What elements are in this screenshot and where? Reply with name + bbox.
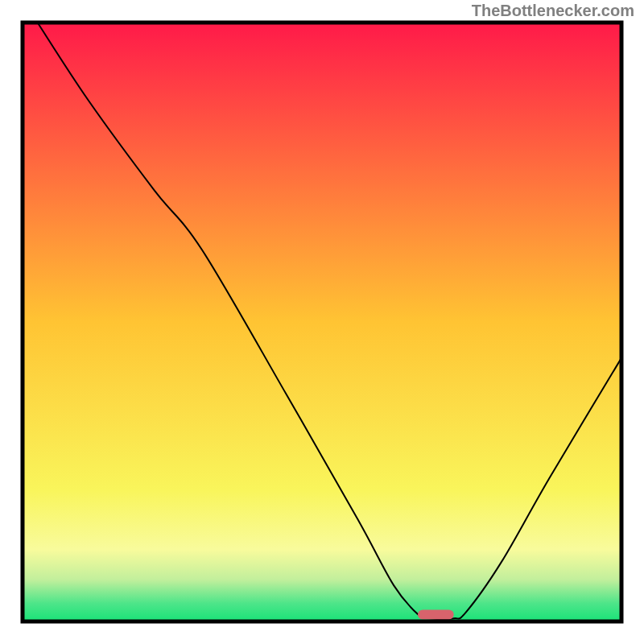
chart-container: TheBottlenecker.com xyxy=(0,0,644,644)
optimal-marker xyxy=(418,609,454,619)
plot-background xyxy=(23,23,621,621)
watermark-text: TheBottlenecker.com xyxy=(472,2,634,20)
chart-svg xyxy=(0,0,644,644)
